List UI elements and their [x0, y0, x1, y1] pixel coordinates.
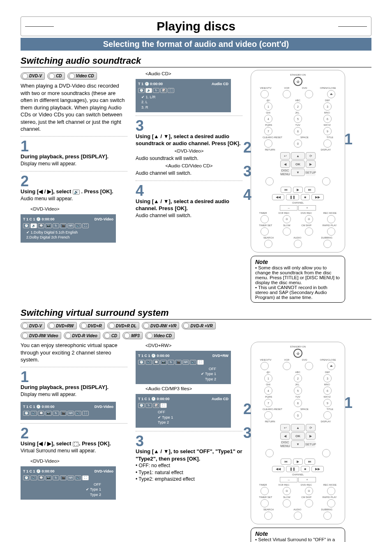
- clear-button[interactable]: [264, 139, 272, 148]
- display-button[interactable]: ⟳: [306, 152, 316, 160]
- step2-head-a: Using [◀ / ▶], select: [21, 188, 73, 195]
- channel-up-button[interactable]: +: [298, 205, 316, 211]
- osd-surround-a: T 1 C 1 🕘 0:00:00DVD-Video 🕘🔊💬📷↻🎬NR🔊⛶: [21, 402, 116, 420]
- callouts-left: 2 3 4: [243, 136, 251, 207]
- dvd-rec-button[interactable]: ⊙: [305, 215, 313, 223]
- key-0[interactable]: 0: [294, 139, 302, 148]
- stop-button[interactable]: ■: [301, 194, 310, 200]
- ok-button[interactable]: OK: [291, 160, 305, 168]
- osd2-item3: 3. R: [138, 105, 228, 110]
- surround-note: Note • Select Virtual Surround to "OFF" …: [251, 528, 345, 542]
- standby-button[interactable]: ⏻: [293, 77, 302, 86]
- key-3[interactable]: 3: [323, 102, 332, 111]
- surround-intro: You can enjoy stereophonic virtual space…: [21, 342, 127, 364]
- audio-button[interactable]: [294, 240, 302, 248]
- pause-button[interactable]: ❚❚: [286, 194, 299, 200]
- divider: [21, 136, 127, 137]
- vcr-button[interactable]: [283, 90, 291, 98]
- step2-head-b: . Press [OK].: [81, 188, 113, 195]
- step3-sub2: Audio channel will switch.: [136, 170, 242, 176]
- lbl-disc-menu: DISC MENU: [280, 169, 290, 176]
- slow-button[interactable]: [283, 227, 291, 236]
- step2-sub: Audio menu will appear.: [21, 195, 127, 202]
- key-6[interactable]: 6: [323, 115, 332, 123]
- timer-set-button[interactable]: [261, 227, 269, 236]
- osd-surround-d: T 1 C 1 🕘 0:00:00Audio CD 🕘↻🎲⛶ OFF Type …: [136, 394, 231, 428]
- callout-1-right: 1: [344, 391, 353, 415]
- standby-button[interactable]: ⏻: [293, 349, 302, 358]
- lbl-dvd: DVD: [302, 87, 307, 89]
- surround-col-left: You can enjoy stereophonic virtual space…: [21, 342, 127, 542]
- key-8[interactable]: 8: [294, 127, 302, 135]
- audio-step1: 1 During playback, press [DISPLAY]. Disp…: [21, 140, 127, 167]
- audio-step2: 2 Using [◀ / ▶], select 🔊 . Press [OK]. …: [21, 175, 127, 202]
- title-button[interactable]: [323, 139, 332, 148]
- prev-button[interactable]: ⏮: [281, 187, 291, 193]
- key-2[interactable]: 2: [294, 102, 302, 111]
- note-item: • This unit CANNOT record in both stereo…: [255, 285, 341, 300]
- audio-note: Note • Some discs will only allow you to…: [251, 256, 345, 303]
- ff-button[interactable]: ▶▶: [311, 194, 324, 200]
- timer-button[interactable]: [261, 215, 269, 223]
- key-9[interactable]: 9: [323, 127, 332, 135]
- divider: [21, 171, 127, 171]
- callouts-left: 2 3: [243, 397, 251, 445]
- search-button[interactable]: [264, 240, 272, 248]
- osd-surround-b: T 1 C 1 🕘 0:00:00DVD-Video 🕘🔊💬📷↻🎬NR🔊⛶ OF…: [21, 466, 116, 500]
- callout-3: 3: [243, 421, 251, 445]
- step-number: 1: [21, 140, 127, 153]
- callout-3: 3: [243, 160, 251, 183]
- surround-step1: 1 During playback, press [DISPLAY]. Disp…: [21, 371, 127, 398]
- play-button[interactable]: ▶: [293, 187, 303, 193]
- audio-columns: DVD-V CD Video CD When playing a DVD-Vid…: [21, 70, 371, 303]
- surround-col-middle: <DVD+RW> T 1 C 1 🕘 0:00:00DVD+RW 🕘🔊💬📷↻🎬N…: [136, 342, 242, 542]
- rew-button[interactable]: ◀◀: [272, 194, 284, 200]
- osd1-time: T 1 C 1 🕘 0:00:00: [23, 217, 55, 222]
- badge-cd: CD: [47, 72, 65, 80]
- lbl-display: DISPLAY: [321, 148, 331, 151]
- osd1-item2: 2.Dolby Digital 2ch French: [23, 235, 113, 240]
- setup-button[interactable]: [322, 177, 330, 185]
- callout-2: 2: [243, 136, 251, 160]
- page: Playing discs Selecting the format of au…: [0, 0, 392, 542]
- audio-step4: 4 Using [▲ / ▼], select a desired audio …: [136, 184, 242, 219]
- key-1[interactable]: 1: [264, 102, 272, 111]
- step3-cap1: <DVD-Video>: [136, 148, 242, 155]
- rec-mode-button[interactable]: [327, 215, 335, 223]
- rapid-play-button[interactable]: [327, 227, 335, 236]
- key-7[interactable]: 7: [264, 127, 272, 135]
- cm-skip-button[interactable]: [305, 227, 313, 236]
- next-button[interactable]: ⏭: [304, 187, 315, 193]
- dubbing-button[interactable]: [323, 240, 332, 248]
- dvd-button[interactable]: [305, 90, 313, 98]
- lbl-standby: STANDBY-ON: [254, 74, 342, 76]
- step-number: 4: [136, 184, 242, 197]
- remote-control: STANDBY-ON ⏻ VIDEO/TV VCR DVD OPEN/CLOSE…: [251, 70, 345, 252]
- surround-columns: You can enjoy stereophonic virtual space…: [21, 342, 371, 542]
- key-4[interactable]: 4: [264, 115, 272, 123]
- osd-surround-c: T 1 C 1 🕘 0:00:00DVD+RW 🕘🔊💬📷↻🎬NR🔊⛶ OFF T…: [136, 351, 231, 384]
- osd2-icons: 🕘🔊↻🎲⛶: [138, 88, 228, 93]
- left-button[interactable]: ◀: [280, 160, 290, 168]
- osd-audio-cd: T 1 🕘 0:00:00Audio CD 🕘🔊↻🎲⛶ 1. L/R 2. L …: [136, 79, 231, 113]
- channel-down-button[interactable]: –: [280, 205, 297, 211]
- right-button[interactable]: ▶: [306, 160, 316, 168]
- audio-badges: DVD-V CD Video CD: [21, 72, 127, 80]
- step3-cap2: <Audio CD/Video CD>: [136, 163, 242, 169]
- step1-sub: Display menu will appear.: [21, 160, 127, 167]
- vcr-rec-button[interactable]: ⊙: [283, 215, 291, 223]
- page-title: Playing discs: [21, 16, 371, 36]
- up-button[interactable]: ▲: [291, 152, 305, 160]
- video-tv-button[interactable]: [261, 90, 269, 98]
- audio-col-right: 1 2 3 4 STANDBY-ON ⏻ VIDEO/TV VCR DVD OP…: [251, 70, 345, 303]
- return-button[interactable]: ↩: [280, 152, 290, 160]
- key-5[interactable]: 5: [294, 115, 302, 123]
- open-close-button[interactable]: ⏏: [327, 90, 335, 98]
- step-number: 3: [136, 119, 242, 132]
- section-title: Selecting the format of audio and video …: [21, 38, 371, 51]
- surround-select-icon: ⛶: [73, 442, 79, 447]
- down-button[interactable]: ▼: [291, 169, 305, 176]
- disc-menu-button[interactable]: [265, 177, 274, 185]
- surround-heading: Switching virtual surround system: [21, 308, 371, 320]
- osd1-icons: 🕘🔊💬📷↻🎬NR🔊⛶: [23, 223, 113, 228]
